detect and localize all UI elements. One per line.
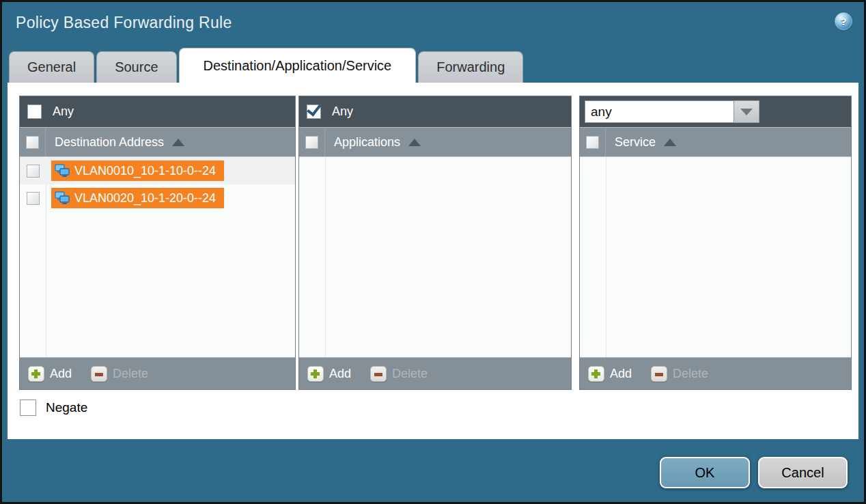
add-label: Add [610,367,632,381]
destination-any-row: Any [20,96,295,127]
minus-icon [370,366,387,382]
service-dropdown-value: any [585,100,734,123]
sort-asc-icon [408,139,421,146]
tab-bar: General Source Destination/Application/S… [9,48,523,83]
network-address-icon [54,191,70,206]
row-checkbox-cell [20,165,46,178]
plus-icon [588,366,604,382]
applications-column-header[interactable]: Applications [299,127,571,157]
question-mark-glyph: ? [840,16,846,27]
sort-asc-icon [172,139,184,146]
service-select-all-cell [580,128,606,156]
address-object-label: VLAN0010_10-1-10-0--24 [74,164,216,178]
applications-toolbar: Add Delete [299,357,571,389]
cancel-button[interactable]: Cancel [758,457,848,488]
dropdown-button[interactable] [734,100,759,123]
delete-button[interactable]: Delete [370,366,428,382]
row-checkbox[interactable] [27,192,40,205]
add-button[interactable]: Add [588,366,632,382]
applications-any-row: Any [299,96,571,127]
applications-select-all-checkbox[interactable] [305,136,318,149]
applications-any-checkbox[interactable] [307,104,321,119]
delete-button[interactable]: Delete [91,366,148,382]
add-label: Add [50,367,72,381]
column-divider [325,157,326,357]
destination-select-all-checkbox[interactable] [26,136,39,149]
destination-column-label: Destination Address [55,135,164,150]
tab-general[interactable]: General [9,51,94,83]
column-divider [606,157,606,357]
add-button[interactable]: Add [28,366,72,382]
service-mode-dropdown[interactable]: any [585,100,759,123]
network-address-icon [54,163,70,178]
tab-content: Any Destination Address [8,83,858,439]
applications-column-label: Applications [334,135,400,150]
sort-asc-icon [664,139,676,146]
add-button[interactable]: Add [307,366,351,382]
delete-label: Delete [392,367,428,381]
delete-label: Delete [673,367,708,381]
policy-based-forwarding-dialog: Policy Based Forwarding Rule ? General S… [0,0,866,504]
destination-any-label: Any [53,104,74,119]
tab-destination-application-service[interactable]: Destination/Application/Service [179,48,417,83]
service-select-all-checkbox[interactable] [586,136,599,149]
service-dropdown-row: any [580,96,851,127]
delete-button[interactable]: Delete [651,366,708,382]
chevron-down-icon [740,109,753,115]
destination-column-header[interactable]: Destination Address [20,127,295,157]
address-object-vlan0020[interactable]: VLAN0020_10-1-20-0--24 [51,188,224,208]
tab-source[interactable]: Source [96,51,176,83]
plus-icon [28,366,44,382]
destination-list: VLAN0010_10-1-10-0--24 [20,157,295,357]
service-column-label: Service [615,135,656,150]
destination-address-panel: Any Destination Address [19,96,296,390]
row-checkbox-cell [20,192,46,205]
table-row[interactable]: VLAN0010_10-1-10-0--24 [20,157,295,184]
address-object-vlan0010[interactable]: VLAN0010_10-1-10-0--24 [51,160,224,181]
negate-checkbox-group[interactable]: Negate [20,400,87,416]
destination-select-all-cell [20,128,46,156]
tab-forwarding[interactable]: Forwarding [418,51,523,83]
address-object-label: VLAN0020_10-1-20-0--24 [74,191,216,206]
destination-toolbar: Add Delete [20,357,295,389]
applications-any-label: Any [332,104,353,119]
negate-label: Negate [46,400,87,415]
applications-panel: Any Applications Add [298,96,572,390]
table-row[interactable]: VLAN0020_10-1-20-0--24 [20,184,295,212]
add-label: Add [329,367,351,381]
service-column-header[interactable]: Service [580,127,851,157]
service-list [580,157,851,357]
destination-any-checkbox[interactable] [27,104,42,119]
panel-group: Any Destination Address [19,96,852,390]
applications-select-all-cell [299,128,325,156]
negate-checkbox[interactable] [20,400,36,416]
minus-icon [651,366,667,382]
applications-list [299,157,571,357]
minus-icon [91,366,107,382]
service-panel: any Service [579,96,852,390]
help-icon[interactable]: ? [835,12,852,30]
service-toolbar: Add Delete [580,357,851,389]
dialog-title: Policy Based Forwarding Rule [16,14,232,32]
row-checkbox[interactable] [27,165,40,178]
ok-button[interactable]: OK [660,457,750,488]
plus-icon [307,366,324,382]
delete-label: Delete [113,367,148,381]
